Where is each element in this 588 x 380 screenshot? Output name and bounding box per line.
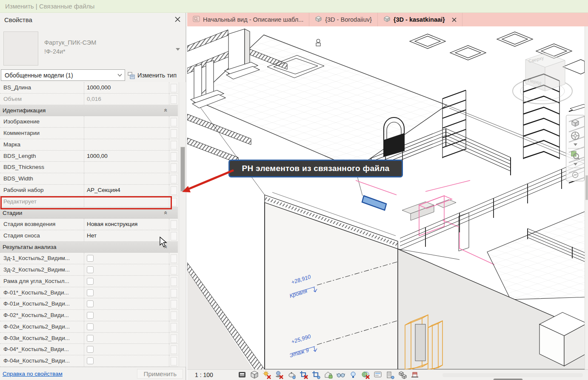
horizontal-scrollbar-thumb[interactable] [493, 378, 523, 380]
property-value[interactable] [84, 321, 169, 332]
property-row: Объем0,016 [0, 94, 178, 105]
crop-region-icon[interactable] [311, 370, 321, 380]
category-filter-combo[interactable]: Обобщенные модели (1) [1, 69, 125, 81]
combo-chevron-icon [117, 74, 122, 77]
property-value[interactable] [84, 139, 169, 150]
checkbox[interactable] [87, 266, 94, 273]
property-value[interactable] [84, 298, 169, 309]
apply-button[interactable]: Применить [137, 369, 183, 379]
checkbox[interactable] [87, 357, 94, 364]
property-value[interactable] [84, 253, 169, 264]
property-row: Ф-02*_Костыль2_Види... [0, 310, 178, 321]
viewcube-home-icon[interactable] [568, 117, 582, 129]
properties-help-link[interactable]: Справка по свойствам [3, 371, 63, 377]
edit-type-button[interactable]: Изменить тип [128, 70, 177, 81]
visual-style-icon[interactable] [250, 370, 259, 380]
view-control-bar: 1 : 100 [187, 369, 588, 380]
shadows-icon[interactable] [274, 370, 284, 380]
section-header-row[interactable]: Стадии» [0, 207, 178, 219]
property-value[interactable]: Нет [84, 230, 169, 241]
checkbox[interactable] [87, 255, 94, 262]
property-value[interactable]: 1000,000 [84, 82, 169, 93]
reveal-hidden-elements-icon[interactable] [348, 370, 358, 380]
section-label: Стадии [0, 210, 22, 216]
property-value[interactable] [84, 264, 169, 275]
checkbox[interactable] [87, 312, 94, 319]
analytical-model-icon[interactable] [385, 370, 395, 380]
property-value[interactable] [84, 355, 169, 366]
collapse-chevron-icon[interactable]: » [162, 245, 168, 249]
reveal-constraints-icon[interactable] [410, 370, 420, 380]
property-value[interactable] [84, 310, 169, 321]
property-value[interactable]: 1000,00 [84, 151, 169, 162]
worksharing-display-icon[interactable] [361, 370, 370, 380]
property-row: Стадия сносаНет [0, 230, 178, 242]
type-selector-chevron-icon[interactable] [175, 45, 180, 53]
section-header-row[interactable]: Результаты анализа» [0, 242, 178, 253]
property-value[interactable]: АР_Секция4 [84, 185, 169, 196]
property-value[interactable] [84, 128, 169, 139]
checkbox[interactable] [87, 278, 94, 285]
rendering-icon[interactable] [287, 370, 296, 380]
wheel-options-chevron-icon[interactable] [574, 143, 577, 147]
collapse-chevron-icon[interactable]: » [162, 109, 168, 112]
property-value[interactable] [84, 116, 169, 127]
property-value[interactable]: 0,016 [84, 94, 169, 105]
close-tab-icon[interactable] [452, 17, 457, 22]
temporary-view-properties-icon[interactable] [373, 370, 382, 380]
property-label: Ф-01и_Костыль2_Види... [0, 298, 84, 309]
property-label: Изображение [0, 116, 84, 127]
crop-view-icon[interactable] [299, 370, 308, 380]
property-row: Ф-02и_Костыль2_Види... [0, 321, 178, 333]
properties-scrollbar-thumb[interactable] [180, 147, 185, 191]
property-label: Зд-2_Костыль2_Видим... [0, 264, 84, 275]
property-extra-cell [169, 310, 178, 321]
property-value[interactable] [84, 162, 169, 173]
view-tab-2[interactable]: {3D - Borodaiiuv} [309, 13, 378, 26]
property-label: Ф-03и_Костыль2_Види... [0, 333, 84, 344]
scale-button[interactable]: 1 : 100 [195, 371, 220, 378]
type-selector[interactable]: Фартук_ПИК-СЭМ !Ф-24и* [0, 26, 186, 69]
steering-wheel-icon[interactable] [568, 130, 582, 141]
checkbox[interactable] [87, 289, 94, 296]
workset-tooltip: РН элементов из связанного файла [228, 160, 403, 177]
property-label: Зд-1_Костыль2_Видим... [0, 253, 84, 264]
section-header-row[interactable]: Идентификация» [0, 105, 178, 117]
view-tab-1[interactable]: Начальный вид - Описание шабл... [187, 13, 309, 26]
view-tab-3[interactable]: {3D - kasatkinaai} [378, 13, 462, 26]
property-value[interactable]: Новая конструкция [84, 219, 169, 230]
property-extra-cell [169, 287, 178, 298]
property-value[interactable] [84, 344, 169, 355]
sun-path-icon[interactable] [262, 370, 271, 380]
property-value[interactable] [84, 276, 169, 287]
section-label: Результаты анализа [0, 244, 56, 250]
checkbox[interactable] [87, 335, 94, 342]
property-label: Ф-04*_Костыль2_Види... [0, 344, 84, 355]
checkbox[interactable] [87, 300, 94, 307]
checkbox[interactable] [87, 346, 94, 353]
navbar-collapse-icon[interactable] [568, 169, 582, 181]
model-canvas[interactable]: +28,910 Кровля +25,990 Этаж 9 [187, 26, 585, 369]
canvas-vertical-scrollbar[interactable] [585, 26, 588, 369]
temporary-hide-isolate-icon[interactable] [336, 370, 345, 380]
property-value[interactable] [84, 287, 169, 298]
properties-scrollbar[interactable] [179, 82, 186, 367]
property-value[interactable] [84, 173, 169, 184]
property-label: BS_Длина [0, 82, 84, 93]
locked-3d-view-icon[interactable] [324, 370, 333, 380]
close-properties-icon[interactable] [174, 16, 181, 23]
property-value[interactable] [84, 333, 169, 344]
property-value[interactable] [84, 196, 169, 207]
property-row: Ф-01*_Костыль2_Види... [0, 287, 178, 299]
property-extra-cell [169, 82, 178, 93]
checkbox[interactable] [87, 323, 94, 330]
zoom-tool-icon[interactable] [568, 149, 582, 161]
property-extra-cell [169, 355, 178, 366]
vertical-scrollbar-thumb[interactable] [585, 175, 588, 200]
section-label: Идентификация [0, 107, 46, 114]
displacement-sets-icon[interactable] [398, 370, 407, 380]
zoom-options-chevron-icon[interactable] [574, 163, 577, 166]
canvas-horizontal-scrollbar[interactable] [442, 373, 583, 377]
collapse-chevron-icon[interactable]: » [162, 211, 168, 214]
detail-level-icon[interactable] [237, 370, 247, 380]
